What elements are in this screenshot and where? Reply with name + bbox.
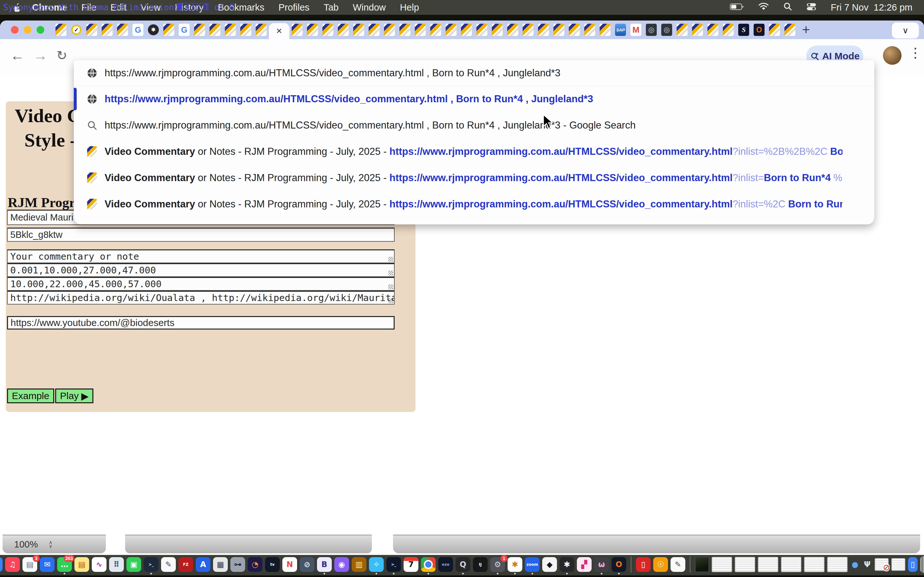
tab-pencil[interactable] xyxy=(289,21,305,39)
dock-podcasts-icon[interactable]: ◉ xyxy=(334,557,349,572)
dock-cards-icon[interactable]: ▯ xyxy=(636,557,651,572)
dock-news-icon[interactable]: N xyxy=(282,557,297,572)
tab-chromium[interactable]: ◎ xyxy=(659,21,674,39)
dock-archive-icon[interactable]: ▥ xyxy=(352,557,367,572)
dock-phone-keypad-icon[interactable]: ▦ xyxy=(213,557,228,572)
tab-pencil[interactable] xyxy=(705,21,720,39)
tab-search-chevron-icon[interactable]: ∨ xyxy=(892,23,919,39)
omnibox-url-row[interactable]: https://www.rjmprogramming.com.au/HTMLCS… xyxy=(74,60,874,86)
back-icon[interactable]: ← xyxy=(10,47,24,63)
omnibox-suggestion-row[interactable]: https://www.rjmprogramming.com.au/HTMLCS… xyxy=(74,112,874,139)
tab-pencil[interactable] xyxy=(582,21,598,39)
tab-pencil[interactable] xyxy=(567,21,582,39)
tab-pencil[interactable] xyxy=(336,21,351,39)
dock-bbedit-icon[interactable]: B xyxy=(317,557,332,572)
menu-item-tab[interactable]: Tab xyxy=(324,2,339,13)
dock-firefox-icon[interactable]: ◔ xyxy=(248,557,262,572)
minimized-photo-window[interactable] xyxy=(875,558,889,571)
tab-pencil[interactable] xyxy=(115,21,130,39)
dock-finder-icon[interactable]: ☺ xyxy=(0,557,3,572)
close-window-button[interactable] xyxy=(11,26,19,34)
dock-blue-device-icon[interactable]: ▯ xyxy=(908,557,918,572)
menu-bar-clock[interactable]: Fri 7 Nov 12:26 pm xyxy=(830,2,913,13)
dock-terminal-2-icon[interactable]: >_ xyxy=(386,557,401,572)
tab-pencil[interactable] xyxy=(192,21,207,39)
dock-app-store-icon[interactable]: A xyxy=(196,557,210,572)
tab-pencil[interactable] xyxy=(674,21,690,39)
spotlight-search-icon[interactable] xyxy=(783,2,792,13)
minimized-window-6[interactable] xyxy=(827,557,848,572)
tab-pencil[interactable] xyxy=(305,21,320,39)
tab-pencil[interactable] xyxy=(207,21,223,39)
dock-quicktime-icon[interactable]: Q xyxy=(456,557,470,572)
tab-pencil[interactable] xyxy=(254,21,269,39)
tab-pencil[interactable] xyxy=(413,21,428,39)
tab-pencil[interactable] xyxy=(443,21,459,39)
minimized-window-1[interactable] xyxy=(712,557,732,572)
dock-music-icon[interactable]: ♫ xyxy=(5,557,20,572)
dock-grapher-icon[interactable]: ∿ xyxy=(92,557,107,572)
dock-messages-icon[interactable]: …263 xyxy=(57,557,72,572)
omnibox-url-input[interactable]: https://www.rjmprogramming.com.au/HTMLCS… xyxy=(105,67,561,79)
minimized-window-2[interactable] xyxy=(735,557,755,572)
control-center-icon[interactable] xyxy=(806,2,817,13)
dock-code-icon[interactable]: exe xyxy=(438,557,453,572)
tab-check[interactable]: ✓ xyxy=(69,21,84,39)
omnibox-suggestion-row[interactable]: Video Commentary or Notes - RJM Programm… xyxy=(74,191,874,218)
start-times-textarea[interactable]: 0.001,10.000,27.000,47.000 xyxy=(7,263,395,277)
active-tab[interactable]: ✕ xyxy=(269,23,289,39)
dock-safari-icon[interactable]: ✧ xyxy=(369,557,384,572)
dock-prohibited-icon[interactable]: ⊘ xyxy=(300,557,314,572)
tab-pencil[interactable] xyxy=(397,21,413,39)
tab-pencil[interactable] xyxy=(782,21,798,39)
links-textarea[interactable]: http://wikipedia.org/wiki/Oualata , http… xyxy=(7,291,395,305)
tab-google[interactable]: G xyxy=(176,21,192,39)
trash-icon[interactable] xyxy=(920,556,924,573)
dock-blue-dot-icon[interactable]: ● xyxy=(850,557,860,572)
minimized-window-3[interactable] xyxy=(758,557,779,572)
dock-apple-tv-icon[interactable]: tv xyxy=(265,557,280,572)
commentary-textarea[interactable]: Your commentary or note xyxy=(7,250,395,263)
dock-zoom-icon[interactable]: zoom xyxy=(525,557,540,572)
minimized-video-window[interactable] xyxy=(695,557,709,572)
new-tab-button[interactable]: + xyxy=(802,22,810,37)
wifi-icon[interactable] xyxy=(758,2,769,13)
dock-filezilla-icon[interactable]: FZ xyxy=(178,557,193,572)
dock-facetime-icon[interactable]: ▣ xyxy=(126,557,141,572)
tab-stripe[interactable]: S xyxy=(736,21,751,39)
dock-palette-icon[interactable]: ✱ xyxy=(507,557,522,572)
dock-chrome-icon[interactable] xyxy=(421,557,436,572)
dock-inkscape-icon[interactable]: ◆ xyxy=(542,557,557,572)
tab-pencil[interactable] xyxy=(351,21,367,39)
dock-photos-icon[interactable]: ▞ xyxy=(577,557,591,572)
tab-opera[interactable]: O xyxy=(751,21,767,39)
dock-notes-2-icon[interactable]: ✎ xyxy=(670,557,685,572)
youtube-channel-input[interactable] xyxy=(7,316,395,330)
tab-pencil[interactable] xyxy=(520,21,536,39)
tab-pencil[interactable] xyxy=(459,21,474,39)
dock-settings-icon[interactable]: ⚙1 xyxy=(490,557,505,572)
browser-menu-icon[interactable]: ⋮ xyxy=(909,45,922,61)
omnibox-suggestion-row[interactable]: https://www.rjmprogramming.com.au/HTMLCS… xyxy=(74,86,874,112)
tab-gmail[interactable]: M xyxy=(628,21,644,39)
minimized-window-5[interactable] xyxy=(804,557,825,572)
tab-pencil[interactable] xyxy=(598,21,613,39)
tab-pencil[interactable] xyxy=(382,21,397,39)
dock-mail-icon[interactable]: ✉ xyxy=(40,557,55,572)
dock-lamp-icon[interactable]: ☉ xyxy=(653,557,668,572)
minimize-window-button[interactable] xyxy=(24,26,31,34)
tab-pencil[interactable] xyxy=(720,21,736,39)
minimized-small-window[interactable] xyxy=(891,558,905,571)
battery-icon[interactable] xyxy=(730,2,744,13)
tab-pencil[interactable] xyxy=(84,21,99,39)
tab-pencil[interactable] xyxy=(238,21,254,39)
tab-pencil[interactable] xyxy=(551,21,567,39)
tab-sap[interactable]: SAP xyxy=(613,21,628,39)
tab-pencil[interactable] xyxy=(53,21,69,39)
play-button[interactable]: Play ▶ xyxy=(55,388,94,403)
tab-pencil[interactable] xyxy=(99,21,115,39)
tab-pencil[interactable] xyxy=(505,21,520,39)
tab-pencil[interactable] xyxy=(320,21,336,39)
tab-pencil[interactable] xyxy=(690,21,705,39)
reload-icon[interactable]: ↻ xyxy=(57,48,67,63)
